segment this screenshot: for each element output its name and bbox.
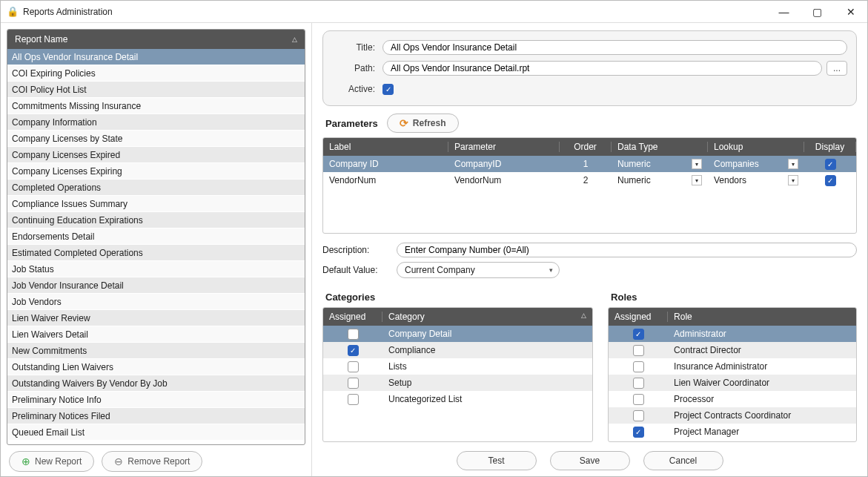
save-button[interactable]: Save bbox=[550, 451, 630, 470]
report-row[interactable]: Company Licenses by State bbox=[7, 131, 305, 147]
role-row[interactable]: ✓Processor bbox=[609, 391, 856, 407]
refresh-icon: ⟳ bbox=[400, 117, 408, 129]
role-assigned-checkbox[interactable]: ✓ bbox=[633, 410, 644, 421]
report-row[interactable]: Job Vendor Insurance Detail bbox=[7, 277, 305, 294]
roles-header[interactable]: Assigned Role bbox=[609, 308, 856, 326]
roles-col-role: Role bbox=[674, 312, 692, 322]
report-list-panel: Report Name △ All Ops Vendor Insurance D… bbox=[1, 23, 312, 477]
param-col-order: Order bbox=[560, 142, 612, 152]
title-input[interactable] bbox=[382, 40, 847, 55]
role-assigned-checkbox[interactable]: ✓ bbox=[633, 329, 644, 340]
category-row[interactable]: ✓Setup bbox=[323, 375, 592, 391]
report-row[interactable]: Preliminary Notice Info bbox=[7, 392, 305, 408]
category-assigned-checkbox[interactable]: ✓ bbox=[348, 345, 359, 356]
path-browse-button[interactable]: ... bbox=[826, 61, 847, 76]
report-row[interactable]: COI Policy Hot List bbox=[7, 82, 305, 98]
parameters-title: Parameters bbox=[325, 118, 378, 129]
parameter-row[interactable]: VendorNumVendorNum2Numeric▾Vendors▾✓ bbox=[323, 172, 856, 188]
param-parameter: CompanyID bbox=[448, 159, 560, 169]
categories-col-assigned: Assigned bbox=[323, 312, 382, 322]
report-row[interactable]: Outstanding Waivers By Vendor By Job bbox=[7, 375, 305, 392]
category-assigned-checkbox[interactable]: ✓ bbox=[348, 361, 359, 372]
report-row[interactable]: All Ops Vendor Insurance Detail bbox=[7, 49, 305, 65]
role-assigned-checkbox[interactable]: ✓ bbox=[633, 345, 644, 356]
roles-title: Roles bbox=[611, 292, 637, 303]
category-row[interactable]: ✓Uncategorized List bbox=[323, 391, 592, 407]
titlebar: 🔒 Reports Administration — ▢ ✕ bbox=[1, 1, 867, 23]
report-row[interactable]: Commitments Missing Insurance bbox=[7, 98, 305, 114]
parameters-header[interactable]: Label Parameter Order Data Type Lookup D… bbox=[323, 138, 856, 156]
role-row[interactable]: ✓Insurance Administrator bbox=[609, 358, 856, 375]
close-button[interactable]: ✕ bbox=[834, 1, 867, 22]
report-row[interactable]: Completed Operations bbox=[7, 180, 305, 196]
report-row[interactable]: Lien Waiver Review bbox=[7, 310, 305, 326]
category-row[interactable]: ✓Compliance bbox=[323, 342, 592, 358]
role-row[interactable]: ✓Administrator bbox=[609, 326, 856, 342]
param-col-label: Label bbox=[323, 142, 448, 152]
report-row[interactable]: Job Status bbox=[7, 261, 305, 277]
role-assigned-checkbox[interactable]: ✓ bbox=[633, 394, 644, 405]
param-display-checkbox[interactable]: ✓ bbox=[825, 175, 836, 186]
param-lookup: Vendors bbox=[714, 175, 746, 185]
category-label: Uncategorized List bbox=[382, 394, 592, 404]
report-row[interactable]: COI Expiring Policies bbox=[7, 65, 305, 82]
active-checkbox[interactable]: ✓ bbox=[382, 84, 394, 95]
report-row[interactable]: Company Licenses Expired bbox=[7, 147, 305, 163]
param-col-datatype: Data Type bbox=[612, 142, 708, 152]
maximize-button[interactable]: ▢ bbox=[801, 1, 834, 22]
report-row[interactable]: Queued Email List bbox=[7, 424, 305, 441]
role-assigned-checkbox[interactable]: ✓ bbox=[633, 361, 644, 372]
report-row[interactable]: Company Licenses Expiring bbox=[7, 163, 305, 180]
parameters-grid: Label Parameter Order Data Type Lookup D… bbox=[322, 137, 857, 234]
param-col-lookup: Lookup bbox=[708, 142, 804, 152]
role-assigned-checkbox[interactable]: ✓ bbox=[633, 378, 644, 389]
minimize-button[interactable]: — bbox=[767, 1, 801, 22]
param-order: 1 bbox=[560, 159, 612, 169]
report-row[interactable]: Preliminary Notices Filed bbox=[7, 408, 305, 424]
param-lookup-cell[interactable]: Vendors▾ bbox=[708, 175, 804, 185]
param-datatype-cell[interactable]: Numeric▾ bbox=[612, 159, 708, 169]
report-row[interactable]: Lien Waivers Detail bbox=[7, 326, 305, 343]
role-row[interactable]: ✓Project Manager bbox=[609, 424, 856, 440]
role-label: Lien Waiver Coordinator bbox=[668, 378, 856, 388]
report-list[interactable]: All Ops Vendor Insurance DetailCOI Expir… bbox=[7, 49, 305, 444]
remove-report-button[interactable]: ⊖ Remove Report bbox=[102, 451, 202, 472]
roles-grid: Assigned Role ✓Administrator✓Contract Di… bbox=[608, 307, 857, 442]
report-row[interactable]: New Commitments bbox=[7, 343, 305, 359]
report-row[interactable]: Estimated Completed Operations bbox=[7, 245, 305, 261]
path-input[interactable] bbox=[382, 61, 822, 76]
category-assigned-checkbox[interactable]: ✓ bbox=[348, 329, 359, 340]
parameter-row[interactable]: Company IDCompanyID1Numeric▾Companies▾✓ bbox=[323, 156, 856, 172]
plus-icon: ⊕ bbox=[21, 455, 30, 467]
test-button[interactable]: Test bbox=[457, 451, 537, 470]
description-input[interactable] bbox=[397, 243, 857, 257]
role-row[interactable]: ✓Contract Director bbox=[609, 342, 856, 358]
categories-header[interactable]: Assigned Category △ bbox=[323, 308, 592, 326]
report-row[interactable]: Outstanding Lien Waivers bbox=[7, 359, 305, 375]
role-assigned-checkbox[interactable]: ✓ bbox=[633, 427, 644, 438]
category-row[interactable]: ✓Company Detail bbox=[323, 326, 592, 342]
window-title: Reports Administration bbox=[23, 7, 113, 17]
category-assigned-checkbox[interactable]: ✓ bbox=[348, 394, 359, 405]
default-value-select[interactable]: Current Company ▾ bbox=[397, 262, 560, 278]
sort-asc-icon: △ bbox=[581, 312, 586, 322]
category-assigned-checkbox[interactable]: ✓ bbox=[348, 378, 359, 389]
cancel-button[interactable]: Cancel bbox=[643, 451, 723, 470]
param-datatype-cell[interactable]: Numeric▾ bbox=[612, 175, 708, 185]
report-row[interactable]: Job Vendors bbox=[7, 294, 305, 310]
role-row[interactable]: ✓Project Contracts Coordinator bbox=[609, 407, 856, 424]
report-row[interactable]: Endorsements Detail bbox=[7, 228, 305, 245]
role-row[interactable]: ✓Lien Waiver Coordinator bbox=[609, 375, 856, 391]
report-list-header[interactable]: Report Name △ bbox=[7, 30, 305, 49]
param-lookup-cell[interactable]: Companies▾ bbox=[708, 159, 804, 169]
chevron-down-icon: ▾ bbox=[788, 159, 798, 169]
refresh-button[interactable]: ⟳ Refresh bbox=[387, 114, 459, 133]
report-row[interactable]: Compliance Issues Summary bbox=[7, 196, 305, 212]
param-display-checkbox[interactable]: ✓ bbox=[825, 159, 836, 170]
param-col-parameter: Parameter bbox=[448, 142, 560, 152]
remove-report-label: Remove Report bbox=[127, 456, 190, 467]
new-report-button[interactable]: ⊕ New Report bbox=[9, 451, 94, 472]
report-row[interactable]: Company Information bbox=[7, 114, 305, 131]
report-row[interactable]: Continuing Education Expirations bbox=[7, 212, 305, 228]
category-row[interactable]: ✓Lists bbox=[323, 358, 592, 375]
